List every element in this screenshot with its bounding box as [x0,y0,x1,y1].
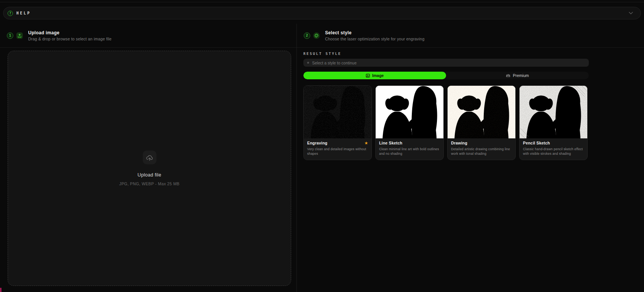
style-preview-image [520,86,587,138]
corner-accent-mark [0,288,2,292]
style-card-description: Classic hand-drawn pencil sketch effect … [523,147,584,156]
style-panel: 2 Select style Choose the laser optimiza… [297,24,644,292]
help-icon: ? [8,11,13,16]
upload-dropzone[interactable]: Upload file JPG, PNG, WEBP - Max 25 MB [8,51,291,286]
crown-icon [506,74,510,77]
tab-image[interactable]: Image [303,72,446,79]
style-card-description: Detailed artistic drawing combining line… [451,147,512,156]
help-label: HELP [16,11,31,15]
style-card-title: Drawing [451,141,467,145]
select-dot-icon [307,62,309,64]
result-style-label: RESULT STYLE [303,51,589,56]
style-card-pencil-sketch[interactable]: Pencil Sketch Classic hand-drawn pencil … [519,85,588,160]
style-preview-image [448,86,515,138]
style-source-tabs: Image Premium [303,72,589,79]
style-card-description: Clean minimal line art with bold outline… [379,147,440,156]
style-preview-image [376,86,443,138]
style-section-subtitle: Choose the laser optimization style for … [325,37,424,41]
style-cards: Engraving ★ Very clean and detailed imag… [303,85,589,160]
main-area: 1 Upload image Drag & drop or browse to … [0,24,644,292]
cloud-upload-icon [143,151,156,164]
style-card-title: Line Sketch [379,141,402,145]
upload-section-title: Upload image [28,30,112,35]
upload-panel: 1 Upload image Drag & drop or browse to … [0,24,297,292]
palette-icon [313,32,320,39]
style-card-description: Very clean and detailed images without s… [307,147,368,156]
dropzone-formats: JPG, PNG, WEBP - Max 25 MB [119,181,179,186]
help-bar[interactable]: ? HELP [3,7,641,19]
dropzone-title: Upload file [137,172,161,178]
image-icon [366,74,370,78]
step-2-badge: 2 [304,32,310,39]
style-card-title: Pencil Sketch [523,141,550,145]
style-section-title: Select style [325,30,424,35]
style-preview-image [304,86,371,138]
style-card-drawing[interactable]: Drawing Detailed artistic drawing combin… [447,85,516,160]
style-card-title: Engraving [307,141,327,145]
window-top-border [0,2,644,2]
upload-panel-header: 1 Upload image Drag & drop or browse to … [0,24,296,48]
style-card-line-sketch[interactable]: Line Sketch Clean minimal line art with … [375,85,444,160]
featured-star-icon: ★ [364,141,368,145]
tab-premium[interactable]: Premium [446,72,589,79]
upload-icon [16,32,23,39]
style-panel-header: 2 Select style Choose the laser optimiza… [297,24,644,48]
upload-section-subtitle: Drag & drop or browse to select an image… [28,37,112,41]
chevron-down-icon[interactable] [629,12,633,14]
style-select-placeholder: Select a style to continue [312,61,357,65]
style-select[interactable]: Select a style to continue [303,59,589,67]
step-1-badge: 1 [7,32,13,39]
style-card-engraving[interactable]: Engraving ★ Very clean and detailed imag… [303,85,372,160]
